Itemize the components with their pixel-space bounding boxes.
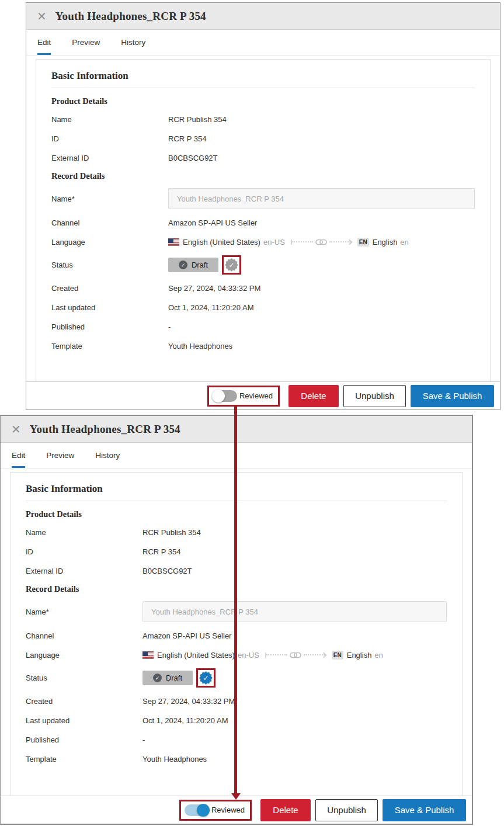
toggle-knob[interactable]	[197, 804, 210, 817]
row-status: Status Draft	[51, 255, 475, 275]
channel-label: Channel	[26, 631, 142, 640]
record-name-label: Name*	[51, 195, 168, 203]
tab-history[interactable]: History	[95, 443, 120, 468]
template-link[interactable]: Youth Headphones	[168, 342, 232, 350]
subsection-record-details: Record Details	[51, 171, 475, 181]
check-circle-icon	[153, 674, 162, 682]
last-updated-label: Last updated	[26, 716, 142, 725]
language-target-chip: EN	[357, 238, 369, 247]
created-label: Created	[26, 697, 142, 706]
language-target-name: English	[347, 651, 372, 660]
us-flag-icon	[142, 651, 154, 659]
row-external-id: External ID B0CBSCG92T	[51, 152, 475, 164]
tab-preview[interactable]: Preview	[46, 443, 74, 468]
template-link[interactable]: Youth Headphones	[142, 755, 207, 763]
close-icon[interactable]	[37, 11, 47, 22]
tab-edit[interactable]: Edit	[12, 443, 25, 468]
created-value: Sep 27, 2024, 04:33:32 PM	[168, 284, 260, 293]
record-editor-window-before: Youth Headphones_RCR P 354 Edit Preview …	[26, 2, 500, 410]
save-publish-button[interactable]: Save & Publish	[411, 385, 494, 407]
tab-edit[interactable]: Edit	[37, 30, 51, 55]
language-target-chip: EN	[332, 651, 343, 660]
reviewed-toggle[interactable]	[185, 804, 209, 816]
template-label: Template	[26, 755, 142, 763]
section-heading-basic-information: Basic Information	[51, 70, 475, 82]
reviewed-toggle-label: Reviewed	[211, 806, 245, 814]
product-name-value: RCR Publish 354	[168, 115, 227, 124]
last-updated-label: Last updated	[51, 303, 168, 312]
footer-action-bar: Reviewed Delete Unpublish Save & Publish	[1, 796, 472, 824]
row-product-id: ID RCR P 354	[51, 133, 475, 144]
channel-label: Channel	[51, 218, 168, 227]
annotation-arrow-head-icon	[231, 793, 241, 800]
language-source-name: English (United States)	[183, 238, 260, 247]
chain-link-icon	[290, 652, 301, 658]
toggle-knob[interactable]	[212, 390, 225, 402]
divider	[51, 88, 475, 88]
external-id-value: B0CBSCG92T	[142, 567, 192, 575]
product-name-label: Name	[51, 115, 168, 124]
language-link-connector	[265, 652, 326, 658]
delete-button[interactable]: Delete	[260, 799, 311, 821]
tab-history[interactable]: History	[121, 30, 145, 55]
tab-preview[interactable]: Preview	[72, 30, 100, 55]
reviewed-toggle-label: Reviewed	[239, 391, 273, 400]
status-label: Status	[26, 674, 142, 682]
template-label: Template	[51, 342, 168, 350]
published-value: -	[142, 735, 145, 744]
status-label: Status	[51, 261, 168, 269]
row-created: Created Sep 27, 2024, 04:33:32 PM	[51, 282, 475, 294]
status-badge: Draft	[168, 258, 218, 272]
unpublish-button[interactable]: Unpublish	[315, 799, 378, 821]
status-text: Draft	[192, 261, 208, 269]
product-id-label: ID	[26, 547, 142, 556]
created-value: Sep 27, 2024, 04:33:32 PM	[142, 697, 235, 706]
external-id-label: External ID	[26, 567, 142, 575]
language-target-name: English	[373, 238, 398, 247]
verified-seal-icon	[199, 671, 213, 685]
row-language: Language English (United States) en-US E…	[51, 236, 475, 248]
record-name-input	[168, 188, 475, 209]
published-label: Published	[26, 735, 142, 744]
language-source-code: en-US	[238, 651, 259, 660]
record-name-input	[142, 601, 447, 622]
us-flag-icon	[168, 238, 179, 246]
created-label: Created	[51, 284, 168, 293]
annotation-box-reviewed-toggle: Reviewed	[179, 800, 252, 821]
row-product-name: Name RCR Publish 354	[51, 113, 475, 125]
product-id-value: RCR P 354	[142, 547, 181, 556]
language-label: Language	[51, 238, 168, 247]
edit-form-card: Basic Information Product Details Name R…	[36, 59, 491, 381]
check-circle-icon	[179, 261, 187, 269]
unpublish-button[interactable]: Unpublish	[343, 385, 406, 407]
reviewed-toggle[interactable]	[213, 390, 237, 402]
annotation-box-status	[196, 668, 215, 688]
delete-button[interactable]: Delete	[289, 385, 339, 407]
subsection-product-details: Product Details	[51, 96, 475, 106]
annotation-box-reviewed-toggle: Reviewed	[207, 386, 280, 407]
row-published: Published -	[51, 321, 475, 332]
product-id-value: RCR P 354	[168, 134, 207, 143]
product-name-label: Name	[26, 528, 142, 537]
window-header: Youth Headphones_RCR P 354	[26, 3, 500, 30]
product-id-label: ID	[51, 134, 168, 143]
footer-action-bar: Reviewed Delete Unpublish Save & Publish	[26, 381, 500, 409]
language-source-code: en-US	[263, 238, 285, 247]
tab-bar: Edit Preview History	[26, 30, 500, 55]
close-icon[interactable]	[11, 424, 21, 435]
row-last-updated: Last updated Oct 1, 2024, 11:20:20 AM	[51, 301, 475, 313]
channel-value: Amazon SP-API US Seller	[168, 218, 257, 227]
language-source-name: English (United States)	[157, 651, 235, 660]
window-title: Youth Headphones_RCR P 354	[30, 423, 180, 436]
status-text: Draft	[166, 674, 182, 682]
save-publish-button[interactable]: Save & Publish	[383, 799, 466, 821]
channel-value: Amazon SP-API US Seller	[142, 631, 231, 640]
language-target-code: en	[400, 238, 408, 247]
row-record-name: Name*	[51, 188, 475, 209]
verified-seal-icon	[225, 258, 238, 272]
language-link-connector	[291, 239, 352, 245]
language-label: Language	[26, 651, 142, 660]
external-id-value: B0CBSCG92T	[168, 154, 218, 162]
window-title: Youth Headphones_RCR P 354	[55, 10, 206, 23]
row-template: Template Youth Headphones	[51, 340, 475, 352]
